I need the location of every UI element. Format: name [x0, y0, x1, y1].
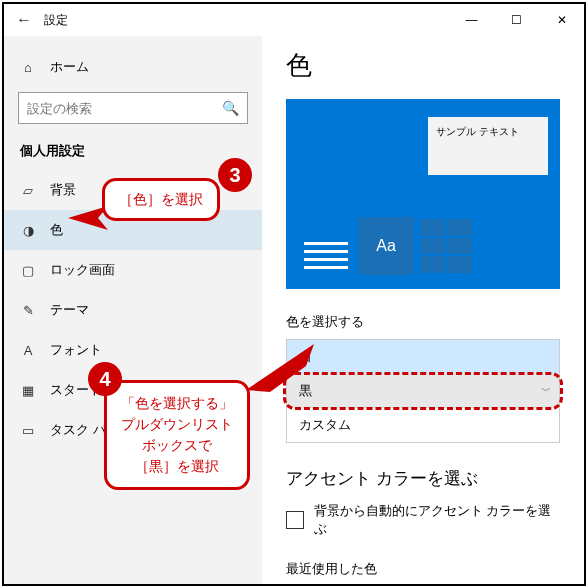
titlebar: ← 設定 — ☐ ✕	[4, 4, 584, 36]
home-icon: ⌂	[20, 60, 36, 75]
choose-color-label: 色を選択する	[286, 313, 560, 331]
preview-text: サンプル テキスト	[436, 126, 519, 137]
font-icon: A	[20, 343, 36, 358]
annotation-arrow-4	[246, 340, 316, 400]
auto-accent-row[interactable]: 背景から自動的にアクセント カラーを選ぶ	[286, 502, 560, 538]
nav-lockscreen[interactable]: ▢ ロック画面	[4, 250, 262, 290]
taskbar-icon: ▭	[20, 423, 36, 438]
callout-line: ［黒］を選択	[121, 456, 233, 477]
dropdown-option-light[interactable]: 白	[287, 340, 559, 374]
callout-line: ボックスで	[121, 435, 233, 456]
preview-tile-lines	[298, 217, 354, 275]
chevron-down-icon: ﹀	[541, 384, 551, 398]
callout-line: プルダウンリスト	[121, 414, 233, 435]
minimize-button[interactable]: —	[449, 4, 494, 36]
preview-panel: サンプル テキスト Aa	[286, 99, 560, 289]
preview-window: サンプル テキスト	[428, 117, 548, 175]
annotation-badge-3: 3	[218, 158, 252, 192]
dropdown-option-dark[interactable]: 黒 ﹀	[287, 374, 559, 408]
nav-label: ロック画面	[50, 261, 115, 279]
preview-tile-grid	[418, 217, 474, 275]
start-icon: ▦	[20, 383, 36, 398]
search-icon: 🔍	[222, 100, 239, 116]
close-button[interactable]: ✕	[539, 4, 584, 36]
annotation-badge-4: 4	[88, 362, 122, 396]
picture-icon: ▱	[20, 183, 36, 198]
main-content: 色 サンプル テキスト Aa 色を選択する 白	[262, 36, 584, 584]
auto-accent-label: 背景から自動的にアクセント カラーを選ぶ	[314, 502, 560, 538]
nav-fonts[interactable]: A フォント	[4, 330, 262, 370]
palette-icon: ◑	[20, 223, 36, 238]
annotation-callout-3: ［色］を選択	[102, 178, 220, 221]
dropdown-option-custom[interactable]: カスタム	[287, 408, 559, 442]
callout-line: 「色を選択する」	[121, 393, 233, 414]
search-input[interactable]	[27, 101, 222, 116]
recent-colors-label: 最近使用した色	[286, 560, 560, 578]
nav-label: テーマ	[50, 301, 89, 319]
lock-icon: ▢	[20, 263, 36, 278]
preview-tiles: Aa	[298, 217, 474, 275]
annotation-arrow-3	[58, 196, 108, 236]
annotation-callout-4: 「色を選択する」 プルダウンリスト ボックスで ［黒］を選択	[104, 380, 250, 490]
nav-label: フォント	[50, 341, 102, 359]
home-link[interactable]: ⌂ ホーム	[4, 50, 262, 84]
auto-accent-checkbox[interactable]	[286, 511, 304, 529]
theme-icon: ✎	[20, 303, 36, 318]
home-label: ホーム	[50, 58, 89, 76]
search-box[interactable]: 🔍	[18, 92, 248, 124]
annotation-highlight-dark	[283, 372, 563, 410]
page-heading: 色	[286, 48, 560, 83]
callout-text: ［色］を選択	[119, 191, 203, 207]
option-label: カスタム	[299, 417, 351, 432]
accent-heading: アクセント カラーを選ぶ	[286, 467, 560, 490]
window-title: 設定	[44, 12, 68, 29]
nav-themes[interactable]: ✎ テーマ	[4, 290, 262, 330]
preview-tile-aa: Aa	[358, 217, 414, 275]
sidebar: ⌂ ホーム 🔍 個人用設定 ▱ 背景 ◑ 色 ▢ ロック画面 ✎	[4, 36, 262, 584]
svg-marker-1	[246, 344, 314, 392]
back-button[interactable]: ←	[4, 11, 44, 29]
maximize-button[interactable]: ☐	[494, 4, 539, 36]
color-mode-dropdown[interactable]: 白 黒 ﹀ カスタム	[286, 339, 560, 443]
